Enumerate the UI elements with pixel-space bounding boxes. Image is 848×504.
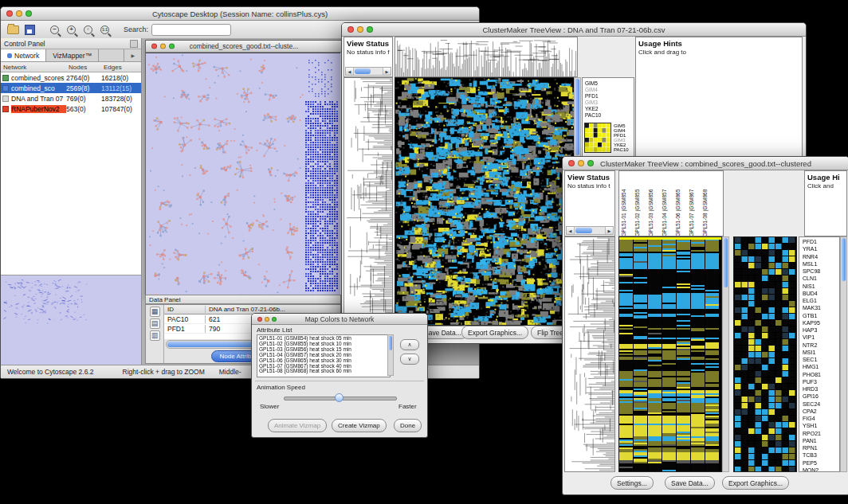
create-attribute-icon[interactable]: ▤ [150, 318, 160, 329]
gene-label[interactable]: KAP95 [803, 319, 821, 326]
gene-label[interactable]: TCB3 [803, 451, 821, 459]
network-canvas[interactable] [146, 53, 340, 295]
attribute-item[interactable]: GPL51-07 (GSM867) heat shock 40 min [259, 364, 388, 369]
attribute-item[interactable]: GPL51-03 (GSM856) heat shock 15 min [259, 347, 388, 353]
scroll-left-icon[interactable]: ◀ [346, 68, 354, 75]
network-list-row[interactable]: combined_sco2569(8)13112(15) [1, 83, 141, 93]
gene-label[interactable]: MSI1 [803, 349, 821, 356]
select-attributes-icon[interactable]: ▦ [150, 307, 160, 317]
gene-label[interactable]: YSH1 [803, 422, 821, 429]
gene-label[interactable]: NTR2 [803, 342, 821, 349]
close-icon[interactable] [6, 10, 13, 17]
dialog-titlebar[interactable]: Map Colors to Network [252, 314, 427, 325]
gene-label[interactable]: FIG4 [803, 415, 821, 422]
close-icon[interactable] [347, 26, 354, 33]
network-list-row[interactable]: combined_scores2764(0)16218(0) [1, 72, 141, 83]
gene-label[interactable]: YKE2 [585, 106, 601, 112]
gene-label[interactable]: PFD1 [585, 93, 601, 100]
scroll-left-icon[interactable]: ◀ [567, 227, 575, 234]
attribute-item[interactable]: GPL51-02 (GSM855) heat shock 10 min [259, 342, 388, 347]
gene-label[interactable]: RPN1 [803, 444, 821, 451]
gene-label[interactable]: HMG1 [803, 363, 821, 370]
gene-label[interactable]: GTB1 [803, 312, 821, 319]
gene-label[interactable]: MON2 [803, 467, 821, 472]
scrollbar-thumb[interactable] [575, 228, 592, 233]
scrollbar-thumb[interactable] [575, 79, 579, 155]
row-dendrogram-canvas[interactable] [565, 237, 614, 471]
column-label[interactable]: GPL51-04 (GSM857 [662, 173, 675, 236]
attribute-item[interactable]: GPL51-01 (GSM854) heat shock 05 min [259, 336, 388, 342]
gene-label[interactable]: GIM5 [585, 80, 601, 87]
gene-label[interactable]: YRA1 [803, 245, 821, 252]
attribute-list[interactable]: GPL51-01 (GSM854) heat shock 05 minGPL51… [257, 334, 391, 377]
zoom-heatmap-canvas[interactable] [584, 123, 611, 153]
settings-button[interactable]: Settings... [610, 476, 654, 490]
heatmap-canvas[interactable] [395, 78, 574, 325]
scroll-right-icon[interactable]: ▶ [605, 227, 613, 234]
gene-label[interactable]: VIP1 [803, 334, 821, 341]
close-icon[interactable] [568, 160, 575, 166]
gene-label[interactable]: MSL1 [803, 260, 821, 268]
column-label[interactable]: GPL51-01 (GSM854 [621, 173, 634, 236]
save-data-button[interactable]: Save Data... [665, 476, 715, 490]
network-overview-thumbnail[interactable] [1, 275, 141, 365]
gene-label[interactable]: MAK31 [803, 304, 821, 311]
gene-label[interactable]: SEC24 [803, 400, 821, 408]
move-up-button[interactable]: ∧ [400, 339, 419, 350]
attribute-item[interactable]: GPL51-08 (GSM868) heat shock 60 min [259, 369, 388, 374]
gene-label[interactable]: CLN1 [803, 275, 821, 282]
attribute-item[interactable]: GPL51-04 (GSM857) heat shock 20 min [259, 353, 388, 358]
zoom-icon[interactable] [272, 317, 277, 322]
gene-label[interactable]: RPO21 [803, 430, 821, 437]
save-session-button[interactable] [24, 24, 36, 36]
zoom-icon[interactable] [367, 26, 373, 33]
gene-label[interactable]: PAC10 [614, 147, 629, 152]
gene-label[interactable]: PFD1 [803, 238, 821, 245]
open-session-button[interactable] [7, 24, 19, 36]
gene-label[interactable]: CPA2 [803, 408, 821, 415]
column-label[interactable]: GPL51-03 (GSM856 [648, 173, 662, 236]
network-view-titlebar[interactable]: combined_scores_good.txt--cluste... [146, 41, 342, 53]
treeview2-titlebar[interactable]: ClusterMaker TreeView : combined_scores_… [563, 157, 848, 170]
zoom-icon[interactable] [587, 160, 594, 166]
gene-label[interactable]: SPC98 [803, 268, 821, 275]
close-icon[interactable] [257, 317, 262, 322]
header-id[interactable]: ID [164, 306, 206, 313]
gene-label[interactable]: GPI16 [803, 393, 821, 400]
treeview1-titlebar[interactable]: ClusterMaker TreeView : DNA and Tran 07-… [342, 23, 806, 37]
close-icon[interactable] [151, 44, 157, 49]
zoom-selected-button[interactable]: 1:1 [99, 24, 111, 36]
gene-label[interactable]: ELG1 [803, 297, 821, 304]
create-vizmap-button[interactable]: Create Vizmap [332, 419, 387, 432]
gene-label[interactable]: PAC10 [585, 112, 601, 119]
gene-label[interactable]: RNR4 [803, 253, 821, 260]
scroll-right-icon[interactable]: ▶ [383, 68, 391, 75]
animate-vizmap-button[interactable]: Animate Vizmap [268, 419, 327, 432]
scrollbar-thumb[interactable] [842, 238, 846, 281]
column-dendrogram-canvas[interactable] [395, 37, 577, 76]
gene-label[interactable]: BUD4 [803, 290, 821, 297]
attribute-matrix-icon[interactable]: ▥ [150, 330, 160, 341]
view-status-scrollbar[interactable]: ◀ ▶ [566, 226, 614, 235]
column-label[interactable]: GPL51-07 (GSM867 [689, 173, 702, 236]
gene-label[interactable]: PEP5 [803, 459, 821, 467]
minimize-icon[interactable] [160, 44, 166, 49]
zoom-in-button[interactable]: + [65, 24, 77, 36]
header-attribute[interactable]: DNA and Tran 07-21-06b... [206, 306, 340, 313]
minimize-icon[interactable] [578, 160, 584, 166]
gene-label[interactable]: NIS1 [803, 283, 821, 290]
column-label[interactable]: GPL51-08 (GSM868 [702, 173, 716, 236]
scrollbar-thumb[interactable] [355, 68, 371, 74]
header-edges[interactable]: Edges [101, 64, 141, 71]
zoom-out-button[interactable]: − [49, 24, 61, 36]
gene-label[interactable]: HRD3 [803, 385, 821, 393]
minimize-icon[interactable] [357, 26, 363, 33]
export-graphics-button[interactable]: Export Graphics... [461, 326, 528, 339]
heatmap-vscrollbar[interactable] [722, 236, 729, 472]
header-nodes[interactable]: Nodes [66, 64, 101, 71]
scrollbar-thumb[interactable] [389, 336, 392, 350]
scrollbar-thumb[interactable] [724, 238, 728, 287]
zoom-heatmap-canvas[interactable] [734, 237, 796, 471]
gene-list-vscrollbar[interactable] [840, 236, 847, 472]
heatmap-canvas[interactable] [619, 237, 721, 471]
